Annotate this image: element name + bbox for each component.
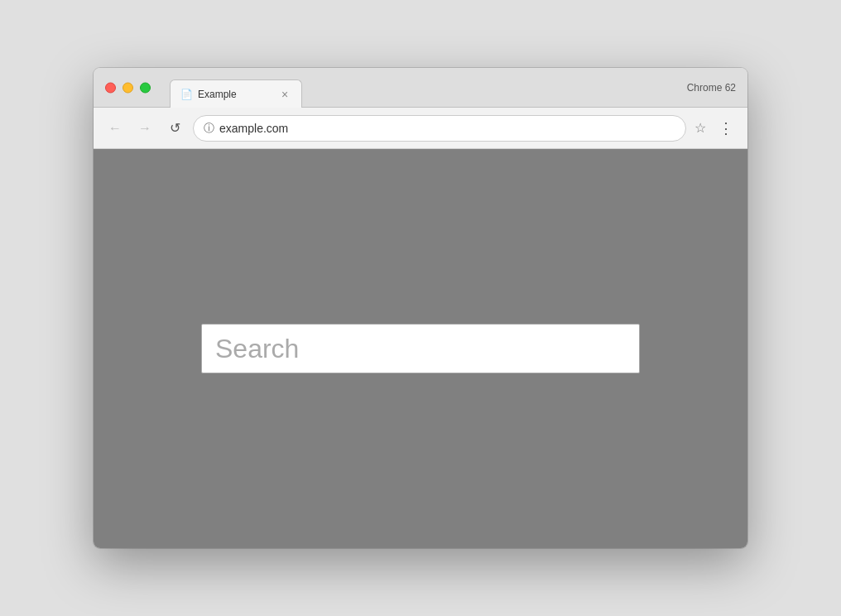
forward-icon: → [138, 121, 151, 136]
window-controls [105, 82, 151, 93]
tab-close-button[interactable]: × [278, 88, 291, 101]
reload-icon: ↺ [170, 120, 180, 136]
tab-title: Example [198, 89, 273, 100]
toolbar: ← → ↺ ⓘ ☆ ⋮ [94, 108, 747, 149]
back-icon: ← [108, 121, 122, 136]
address-input[interactable] [219, 122, 675, 135]
tab-page-icon: 📄 [180, 89, 193, 100]
back-button[interactable]: ← [103, 117, 127, 140]
more-options-icon: ⋮ [718, 119, 734, 137]
page-content [94, 149, 747, 548]
bookmark-icon: ☆ [694, 121, 706, 135]
minimize-button[interactable] [123, 82, 133, 93]
browser-window: 📄 Example × Chrome 62 ← → ↺ ⓘ ☆ ⋮ [94, 68, 747, 548]
address-bar[interactable]: ⓘ [193, 115, 686, 142]
maximize-button[interactable] [140, 82, 151, 93]
active-tab[interactable]: 📄 Example × [170, 79, 302, 108]
forward-button[interactable]: → [133, 117, 156, 140]
security-icon: ⓘ [204, 121, 214, 136]
tab-area: 📄 Example × [170, 79, 738, 107]
reload-button[interactable]: ↺ [163, 117, 186, 140]
bookmark-button[interactable]: ☆ [693, 118, 708, 137]
title-bar: 📄 Example × Chrome 62 [94, 68, 747, 108]
close-button[interactable] [105, 82, 116, 93]
chrome-version-label: Chrome 62 [687, 82, 736, 94]
search-input[interactable] [201, 324, 640, 373]
search-wrapper [201, 324, 640, 373]
more-options-button[interactable]: ⋮ [714, 117, 738, 140]
